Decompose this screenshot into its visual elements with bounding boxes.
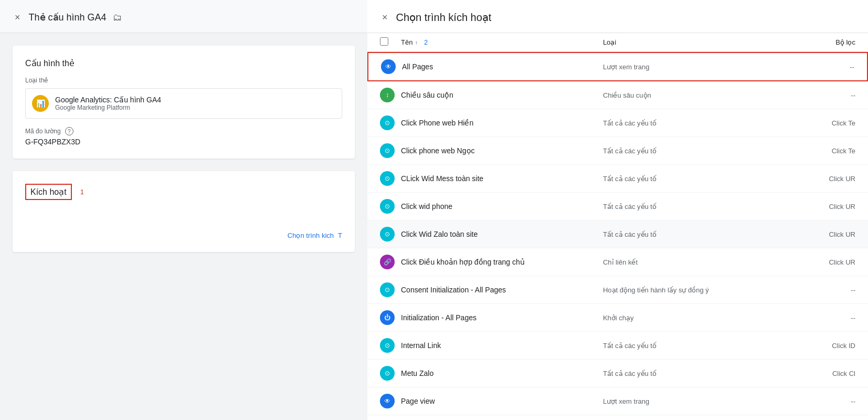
trigger-type-icon: ⊙ <box>380 338 395 353</box>
table-row[interactable]: ⊙ Click Phone web Hiền Tất cả các yếu tố… <box>367 109 868 137</box>
tag-info: Google Analytics: Cấu hình GA4 Google Ma… <box>55 96 161 111</box>
table-row[interactable]: 👁 All Pages Lượt xem trang -- <box>367 52 868 81</box>
sort-arrow-icon: ↑ <box>415 39 418 46</box>
row-icon-cell: ↕ <box>380 88 401 102</box>
table-row[interactable]: ⊙ Phone DV Tất cả các yếu tố Page UR <box>367 415 868 420</box>
table-row[interactable]: ⊙ Metu Zalo Tất cả các yếu tố Click Cl <box>367 360 868 387</box>
tag-subtitle: Google Marketing Platform <box>55 104 161 111</box>
row-icon-cell: ⏻ <box>380 310 401 325</box>
table-row[interactable]: 🔗 Click Điều khoản hợp đồng trang chủ Ch… <box>367 248 868 276</box>
trigger-name: CLick Wid Mess toàn site <box>401 174 603 183</box>
trigger-name: Internal Link <box>401 341 603 350</box>
tag-type-label: Loại thẻ <box>25 77 342 84</box>
trigger-type: Khởi chạy <box>603 314 755 322</box>
trigger-type: Tất cả các yếu tố <box>603 119 755 127</box>
trigger-type: Lượt xem trang <box>603 397 755 405</box>
trigger-type-icon: ↕ <box>380 88 395 102</box>
left-panel-title: Thẻ cấu hình GA4 <box>29 12 107 23</box>
trigger-type-icon: ⊙ <box>380 282 395 297</box>
config-section-title: Cấu hình thẻ <box>25 58 342 68</box>
column-header-type: Loại <box>603 38 755 46</box>
row-icon-cell: ⊙ <box>380 366 401 381</box>
table-row[interactable]: ⊙ CLick Wid Mess toàn site Tất cả các yế… <box>367 165 868 193</box>
config-card: Cấu hình thẻ Loại thẻ 📊 Google Analytics… <box>13 46 355 159</box>
right-panel: × Chọn trình kích hoạt Tên ↑ 2 Loại Bộ l… <box>367 0 868 420</box>
measure-id-info-icon[interactable]: ? <box>65 127 73 135</box>
trigger-name: Click Điều khoản hợp đồng trang chủ <box>401 258 603 266</box>
bar-chart-icon: 📊 <box>36 99 45 108</box>
row-icon-cell: 👁 <box>381 59 402 74</box>
scroll-icon: ↕ <box>386 91 389 99</box>
table-header: Tên ↑ 2 Loại Bộ lọc <box>367 33 868 52</box>
trigger-filter: Click UR <box>755 258 855 266</box>
trigger-name: Consent Initialization - All Pages <box>401 286 603 294</box>
table-row[interactable]: ⏻ Initialization - All Pages Khởi chạy -… <box>367 304 868 332</box>
row-icon-cell: ⊙ <box>380 171 401 186</box>
trigger-filter: -- <box>755 397 855 405</box>
measure-id-value: G-FQ34PBZX3D <box>25 138 342 146</box>
table-row[interactable]: ⊙ Click phone web Ngọc Tất cả các yếu tố… <box>367 137 868 165</box>
trigger-type: Chiều sâu cuộn <box>603 91 755 99</box>
column-header-filter: Bộ lọc <box>755 38 855 46</box>
trigger-name: Click phone web Ngọc <box>401 146 603 155</box>
left-close-button[interactable]: × <box>13 10 23 24</box>
trigger-type-icon: ⊙ <box>380 171 395 186</box>
right-close-button[interactable]: × <box>380 10 390 24</box>
table-row[interactable]: ⊙ Internal Link Tất cả các yếu tố Click … <box>367 332 868 360</box>
trigger-type-icon: 🔗 <box>380 255 395 269</box>
row-icon-cell: 👁 <box>380 394 401 408</box>
trigger-name: Click wid phone <box>401 202 603 211</box>
select-all-checkbox[interactable] <box>380 37 388 46</box>
cursor-icon: ⊙ <box>385 147 390 154</box>
column-header-name[interactable]: Tên ↑ 2 <box>401 38 603 46</box>
cursor-icon: ⊙ <box>385 286 390 293</box>
trigger-type: Tất cả các yếu tố <box>603 147 755 155</box>
table-row[interactable]: ↕ Chiều sâu cuộn Chiều sâu cuộn -- <box>367 81 868 109</box>
trigger-type-icon: ⊙ <box>380 227 395 242</box>
trigger-type: Chỉ liên kết <box>603 258 755 266</box>
cursor-icon: ⊙ <box>385 175 390 182</box>
cursor-icon: ⊙ <box>385 203 390 210</box>
left-content: Cấu hình thẻ Loại thẻ 📊 Google Analytics… <box>0 33 367 420</box>
cursor-icon: ⊙ <box>385 230 390 238</box>
trigger-section: Kích hoạt 1 Chọn trình kich T <box>13 171 355 252</box>
trigger-name: Metu Zalo <box>401 369 603 377</box>
trigger-name: Click Wid Zalo toàn site <box>401 230 603 238</box>
trigger-type-icon: ⊙ <box>380 116 395 130</box>
trigger-type: Lượt xem trang <box>603 63 754 71</box>
table-row[interactable]: ⊙ Click Wid Zalo toàn site Tất cả các yế… <box>367 220 868 248</box>
trigger-type-icon: 👁 <box>380 394 395 408</box>
trigger-table-body: 👁 All Pages Lượt xem trang -- ↕ Chiều sâ… <box>367 52 868 420</box>
trigger-type: Tất cả các yếu tố <box>603 342 755 350</box>
trigger-bottom: Chọn trình kich T <box>25 232 342 239</box>
trigger-filter: Click UR <box>755 230 855 238</box>
cursor-icon: ⊙ <box>385 342 390 349</box>
measure-id-section: Mã đo lường ? G-FQ34PBZX3D <box>25 127 342 146</box>
choose-trigger-link[interactable]: Chọn trình kich <box>288 232 334 239</box>
folder-icon: 🗂 <box>113 12 122 23</box>
table-row[interactable]: ⊙ Consent Initialization - All Pages Hoạ… <box>367 276 868 304</box>
trigger-type-icon: ⊙ <box>380 199 395 214</box>
row-icon-cell: ⊙ <box>380 116 401 130</box>
row-icon-cell: ⊙ <box>380 227 401 242</box>
tag-name: Google Analytics: Cấu hình GA4 <box>55 96 161 104</box>
trigger-filter: Click UR <box>755 203 855 211</box>
table-row[interactable]: ⊙ Click wid phone Tất cả các yếu tố Clic… <box>367 193 868 220</box>
add-trigger-link[interactable]: T <box>338 232 342 239</box>
cursor-icon: ⊙ <box>385 119 390 127</box>
header-checkbox-cell <box>380 37 401 47</box>
eye-icon: 👁 <box>385 63 391 70</box>
trigger-header-row: Kích hoạt 1 <box>25 184 342 200</box>
trigger-type: Tất cả các yếu tố <box>603 203 755 211</box>
tag-type-row[interactable]: 📊 Google Analytics: Cấu hình GA4 Google … <box>25 88 342 119</box>
trigger-type: Tất cả các yếu tố <box>603 175 755 183</box>
trigger-type: Tất cả các yếu tố <box>603 370 755 377</box>
trigger-name: All Pages <box>402 62 603 71</box>
table-row[interactable]: 👁 Page view Lượt xem trang -- <box>367 387 868 415</box>
trigger-name: Chiều sâu cuộn <box>401 91 603 99</box>
trigger-filter: Click Cl <box>755 370 855 377</box>
row-icon-cell: ⊙ <box>380 143 401 158</box>
trigger-title: Kích hoạt <box>25 184 72 200</box>
trigger-filter: -- <box>755 314 855 322</box>
trigger-filter: Click ID <box>755 342 855 350</box>
